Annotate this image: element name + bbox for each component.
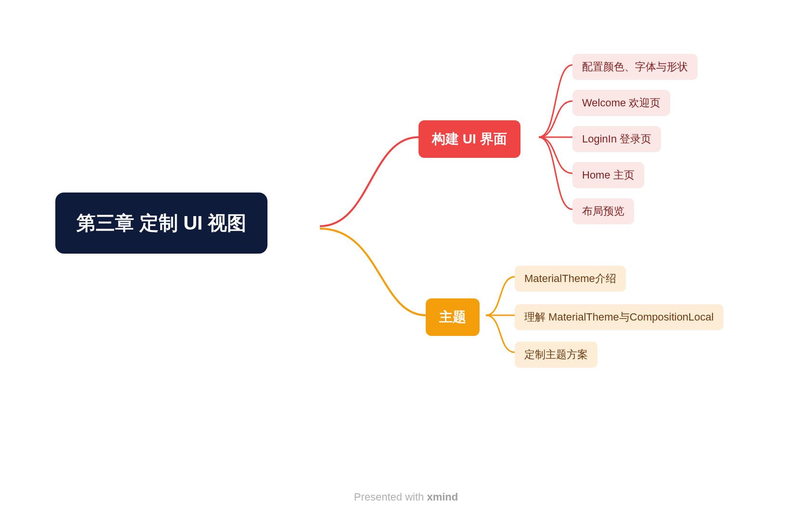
leaf-label: 理解 MaterialTheme与CompositionLocal [524,310,714,324]
mindmap-canvas: 第三章 定制 UI 视图 构建 UI 界面 配置颜色、字体与形状 Welcome… [0,0,812,514]
leaf-node[interactable]: 定制主题方案 [515,342,597,368]
leaf-label: 布局预览 [582,204,624,218]
leaf-node[interactable]: 理解 MaterialTheme与CompositionLocal [515,304,723,330]
leaf-node[interactable]: 布局预览 [572,198,634,224]
leaf-label: LoginIn 登录页 [582,132,651,146]
branch-label: 主题 [439,308,466,326]
leaf-label: 配置颜色、字体与形状 [582,60,688,74]
leaf-node[interactable]: 配置颜色、字体与形状 [572,54,698,80]
leaf-label: Welcome 欢迎页 [582,96,660,110]
root-node[interactable]: 第三章 定制 UI 视图 [55,193,267,254]
branch-node-theme[interactable]: 主题 [426,298,480,336]
root-label: 第三章 定制 UI 视图 [76,210,246,236]
footer: Presented with xmind [0,491,812,503]
leaf-label: MaterialTheme介绍 [524,271,616,286]
leaf-node[interactable]: Welcome 欢迎页 [572,90,670,116]
leaf-node[interactable]: LoginIn 登录页 [572,126,661,152]
branch-label: 构建 UI 界面 [432,130,507,148]
footer-prefix: Presented with [354,491,427,503]
leaf-node[interactable]: Home 主页 [572,162,644,188]
footer-brand: xmind [427,491,458,503]
leaf-node[interactable]: MaterialTheme介绍 [515,266,626,292]
branch-node-ui[interactable]: 构建 UI 界面 [419,120,520,158]
leaf-label: 定制主题方案 [524,347,588,362]
leaf-label: Home 主页 [582,168,634,182]
